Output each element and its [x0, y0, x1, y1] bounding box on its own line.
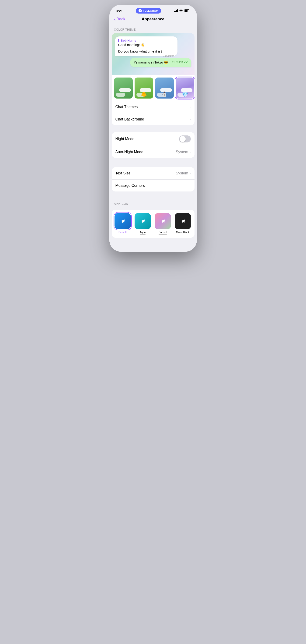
auto-night-mode-value: System › [176, 150, 191, 154]
outgoing-bubble: It's morning in Tokyo 😎 11:20 PM ✓✓ [130, 58, 191, 67]
night-mode-row[interactable]: Night Mode [112, 132, 195, 146]
app-icon-mono-bg [175, 213, 191, 229]
night-mode-toggle[interactable] [179, 136, 191, 142]
app-icon-mono[interactable]: Mono Black [175, 213, 191, 234]
telegram-logo-sunset [158, 216, 167, 226]
back-label: Back [116, 17, 125, 22]
app-icon-mono-wrapper [175, 213, 191, 229]
incoming-bubble: Bob Harris Good morning! 👋 Do you know w… [115, 36, 178, 56]
message-corners-chevron: › [190, 184, 191, 188]
app-icon-aqua-wrapper [135, 213, 151, 229]
outgoing-time: 11:20 PM ✓✓ [172, 61, 188, 64]
telegram-label: TELEGRAM [143, 9, 158, 12]
status-time: 3:21 [116, 9, 123, 13]
theme-preview-card: Bob Harris Good morning! 👋 Do you know w… [112, 33, 195, 125]
theme-swatch-winter[interactable]: ⛄ [155, 78, 174, 98]
app-icon-mono-label: Mono Black [176, 231, 189, 234]
swatch-emoji-snowman: ⛄ [161, 92, 167, 98]
auto-night-mode-label: Auto-Night Mode [115, 150, 143, 154]
app-icon-aqua-underline [140, 234, 146, 234]
chat-background-row[interactable]: Chat Background › [112, 113, 195, 125]
spacer-2 [109, 160, 197, 165]
chat-background-value: › [190, 118, 191, 121]
wifi-icon [179, 9, 183, 12]
chat-preview: Bob Harris Good morning! 👋 Do you know w… [112, 33, 195, 75]
app-icon-sunset-underline [159, 234, 167, 234]
spacer-bottom [109, 240, 197, 245]
chat-background-chevron: › [190, 118, 191, 121]
toggle-knob [180, 136, 186, 142]
battery-icon [184, 9, 190, 12]
app-icon-default-label: Default [118, 231, 127, 234]
outgoing-text: It's morning in Tokyo 😎 [133, 60, 168, 64]
color-theme-section-label: COLOR THEME [109, 24, 197, 33]
signal-icon [174, 9, 178, 12]
nav-bar: ‹ Back Appearance [109, 15, 197, 24]
message-corners-row[interactable]: Message Corners › [112, 179, 195, 192]
auto-night-chevron: › [190, 150, 191, 154]
app-icon-default[interactable]: Default [114, 213, 131, 234]
night-mode-label: Night Mode [115, 137, 135, 141]
app-icon-sunset-wrapper [155, 213, 171, 229]
status-bar: 3:21 TELEGRAM [109, 5, 197, 15]
telegram-pill: TELEGRAM [136, 8, 161, 14]
theme-swatch-diamond[interactable]: 💎 [176, 78, 194, 98]
telegram-logo-mono [178, 216, 188, 226]
text-size-row[interactable]: Text Size System › [112, 167, 195, 179]
text-size-chevron: › [190, 172, 191, 175]
app-icon-sunset-label: Sunset [159, 231, 167, 234]
swatch-emoji-chick: 🐥 [141, 92, 147, 98]
back-chevron-icon: ‹ [114, 17, 116, 22]
text-size-value: System › [176, 171, 191, 175]
night-mode-card: Night Mode Auto-Night Mode System › [112, 132, 195, 158]
app-icon-default-bg [114, 213, 131, 229]
back-button[interactable]: ‹ Back [114, 17, 125, 22]
app-icon-aqua[interactable]: Aqua [135, 213, 151, 234]
chat-background-label: Chat Background [115, 117, 144, 122]
status-icons [174, 9, 190, 12]
app-icon-aqua-label: Aqua [140, 231, 146, 234]
swatch-emoji-diamond: 💎 [182, 92, 188, 98]
sender-name: Bob Harris [118, 39, 174, 42]
telegram-arrow-icon [139, 9, 142, 12]
chat-themes-label: Chat Themes [115, 105, 138, 109]
app-icons-row: Default Aqua [114, 213, 192, 234]
page-title: Appearance [142, 17, 164, 22]
telegram-logo-default [118, 216, 127, 226]
chat-themes-chevron: › [190, 105, 191, 109]
app-icon-card: Default Aqua [112, 210, 195, 238]
app-icon-aqua-bg [135, 213, 151, 229]
text-appearance-card: Text Size System › Message Corners › [112, 167, 195, 192]
message-corners-label: Message Corners [115, 184, 145, 188]
theme-swatch-forest[interactable] [114, 78, 133, 98]
auto-night-mode-row[interactable]: Auto-Night Mode System › [112, 146, 195, 158]
content-area: COLOR THEME Bob Harris Good morning! 👋 D… [109, 24, 197, 252]
spacer-1 [109, 125, 197, 130]
incoming-time: 11:20 PM [163, 54, 174, 58]
app-icon-sunset-bg [155, 213, 171, 229]
telegram-logo-aqua [138, 216, 147, 226]
spacer-3 [109, 194, 197, 198]
bubble-text-line1: Good morning! 👋 [118, 43, 174, 48]
theme-swatch-floral[interactable]: 🐥 [135, 78, 153, 98]
app-icon-sunset[interactable]: Sunset [155, 213, 171, 234]
chat-themes-value: › [190, 105, 191, 109]
phone-frame: 3:21 TELEGRAM [109, 5, 197, 252]
theme-swatches-row: 🐥 ⛄ 💎 🤓 [112, 75, 195, 101]
message-corners-value: › [190, 184, 191, 188]
app-icon-default-wrapper [114, 213, 131, 229]
bubble-text-line2: Do you know what time it is? 11:20 PM [118, 49, 174, 54]
text-size-label: Text Size [115, 171, 131, 175]
chat-themes-row[interactable]: Chat Themes › [112, 101, 195, 113]
app-icon-section-label: APP ICON [109, 198, 197, 207]
